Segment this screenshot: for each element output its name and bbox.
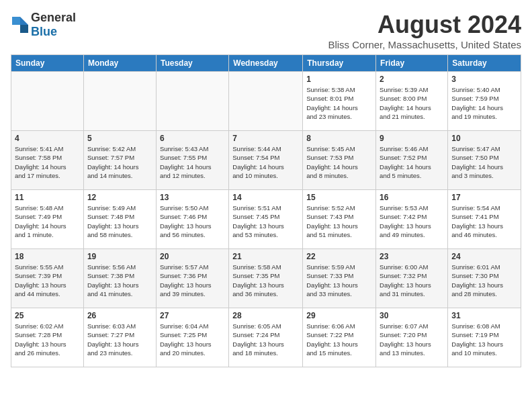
calendar-cell: 1Sunrise: 5:38 AM Sunset: 8:01 PM Daylig… — [303, 72, 376, 131]
day-info: Sunrise: 6:02 AM Sunset: 7:28 PM Dayligh… — [15, 322, 80, 357]
day-number: 10 — [451, 134, 517, 143]
day-number: 4 — [15, 134, 80, 143]
day-number: 7 — [232, 134, 299, 143]
calendar-cell: 11Sunrise: 5:48 AM Sunset: 7:49 PM Dayli… — [11, 190, 84, 249]
calendar-cell: 26Sunrise: 6:03 AM Sunset: 7:27 PM Dayli… — [83, 308, 156, 367]
day-info: Sunrise: 5:53 AM Sunset: 7:42 PM Dayligh… — [380, 203, 444, 239]
day-info: Sunrise: 6:04 AM Sunset: 7:25 PM Dayligh… — [160, 322, 225, 357]
month-title: August 2024 — [328, 11, 521, 39]
calendar-week-row: 1Sunrise: 5:38 AM Sunset: 8:01 PM Daylig… — [11, 72, 521, 131]
day-number: 29 — [306, 311, 372, 320]
page-header: General Blue August 2024 Bliss Corner, M… — [11, 11, 521, 50]
day-number: 2 — [380, 75, 444, 84]
weekday-header: Monday — [83, 55, 156, 72]
day-info: Sunrise: 5:57 AM Sunset: 7:36 PM Dayligh… — [160, 263, 225, 298]
day-number: 31 — [451, 311, 517, 320]
day-info: Sunrise: 5:42 AM Sunset: 7:57 PM Dayligh… — [87, 144, 152, 180]
day-info: Sunrise: 5:44 AM Sunset: 7:54 PM Dayligh… — [232, 144, 299, 180]
calendar-cell: 20Sunrise: 5:57 AM Sunset: 7:36 PM Dayli… — [156, 249, 228, 308]
day-number: 21 — [232, 252, 299, 261]
day-info: Sunrise: 5:50 AM Sunset: 7:46 PM Dayligh… — [160, 203, 225, 239]
calendar-cell: 23Sunrise: 6:00 AM Sunset: 7:32 PM Dayli… — [376, 249, 448, 308]
day-info: Sunrise: 5:40 AM Sunset: 7:59 PM Dayligh… — [451, 85, 517, 121]
calendar-cell: 18Sunrise: 5:55 AM Sunset: 7:39 PM Dayli… — [11, 249, 84, 308]
day-info: Sunrise: 6:07 AM Sunset: 7:20 PM Dayligh… — [380, 322, 444, 357]
day-info: Sunrise: 6:03 AM Sunset: 7:27 PM Dayligh… — [87, 322, 152, 357]
day-number: 18 — [15, 252, 80, 261]
logo-icon — [11, 15, 30, 34]
svg-marker-1 — [20, 25, 28, 33]
calendar-cell: 9Sunrise: 5:46 AM Sunset: 7:52 PM Daylig… — [376, 131, 448, 190]
logo: General Blue — [11, 11, 76, 39]
day-number: 3 — [451, 75, 517, 84]
calendar-cell: 15Sunrise: 5:52 AM Sunset: 7:43 PM Dayli… — [303, 190, 376, 249]
day-number: 14 — [232, 193, 299, 202]
day-number: 27 — [160, 311, 225, 320]
weekday-header: Wednesday — [229, 55, 303, 72]
location-title: Bliss Corner, Massachusetts, United Stat… — [328, 39, 521, 50]
day-info: Sunrise: 5:41 AM Sunset: 7:58 PM Dayligh… — [15, 144, 80, 180]
calendar-cell — [156, 72, 228, 131]
calendar-cell: 10Sunrise: 5:47 AM Sunset: 7:50 PM Dayli… — [448, 131, 521, 190]
calendar-cell: 30Sunrise: 6:07 AM Sunset: 7:20 PM Dayli… — [376, 308, 448, 367]
calendar-cell: 3Sunrise: 5:40 AM Sunset: 7:59 PM Daylig… — [448, 72, 521, 131]
day-number: 8 — [306, 134, 372, 143]
day-info: Sunrise: 6:05 AM Sunset: 7:24 PM Dayligh… — [232, 322, 299, 357]
calendar-cell — [83, 72, 156, 131]
day-info: Sunrise: 5:58 AM Sunset: 7:35 PM Dayligh… — [232, 263, 299, 298]
calendar-cell: 7Sunrise: 5:44 AM Sunset: 7:54 PM Daylig… — [229, 131, 303, 190]
calendar-cell: 5Sunrise: 5:42 AM Sunset: 7:57 PM Daylig… — [83, 131, 156, 190]
logo-blue: Blue — [31, 25, 57, 38]
calendar-header-row: SundayMondayTuesdayWednesdayThursdayFrid… — [11, 55, 521, 72]
calendar-body: 1Sunrise: 5:38 AM Sunset: 8:01 PM Daylig… — [11, 72, 521, 367]
calendar-week-row: 25Sunrise: 6:02 AM Sunset: 7:28 PM Dayli… — [11, 308, 521, 367]
svg-marker-0 — [20, 17, 28, 25]
calendar-cell: 19Sunrise: 5:56 AM Sunset: 7:38 PM Dayli… — [83, 249, 156, 308]
day-number: 1 — [306, 75, 372, 84]
day-info: Sunrise: 5:45 AM Sunset: 7:53 PM Dayligh… — [306, 144, 372, 180]
day-info: Sunrise: 5:55 AM Sunset: 7:39 PM Dayligh… — [15, 263, 80, 298]
calendar-cell: 4Sunrise: 5:41 AM Sunset: 7:58 PM Daylig… — [11, 131, 84, 190]
weekday-header: Thursday — [303, 55, 376, 72]
day-number: 24 — [451, 252, 517, 261]
calendar-cell: 31Sunrise: 6:08 AM Sunset: 7:19 PM Dayli… — [448, 308, 521, 367]
day-info: Sunrise: 6:01 AM Sunset: 7:30 PM Dayligh… — [451, 263, 517, 298]
day-number: 23 — [380, 252, 444, 261]
calendar-cell: 21Sunrise: 5:58 AM Sunset: 7:35 PM Dayli… — [229, 249, 303, 308]
calendar-cell: 13Sunrise: 5:50 AM Sunset: 7:46 PM Dayli… — [156, 190, 228, 249]
day-info: Sunrise: 5:54 AM Sunset: 7:41 PM Dayligh… — [451, 203, 517, 239]
calendar-cell: 14Sunrise: 5:51 AM Sunset: 7:45 PM Dayli… — [229, 190, 303, 249]
day-number: 30 — [380, 311, 444, 320]
day-info: Sunrise: 5:39 AM Sunset: 8:00 PM Dayligh… — [380, 85, 444, 121]
calendar-cell: 6Sunrise: 5:43 AM Sunset: 7:55 PM Daylig… — [156, 131, 228, 190]
calendar-cell: 8Sunrise: 5:45 AM Sunset: 7:53 PM Daylig… — [303, 131, 376, 190]
logo-general: General — [31, 11, 76, 24]
day-info: Sunrise: 5:59 AM Sunset: 7:33 PM Dayligh… — [306, 263, 372, 298]
day-number: 11 — [15, 193, 80, 202]
calendar-week-row: 11Sunrise: 5:48 AM Sunset: 7:49 PM Dayli… — [11, 190, 521, 249]
day-number: 9 — [380, 134, 444, 143]
day-number: 26 — [87, 311, 152, 320]
calendar-cell: 25Sunrise: 6:02 AM Sunset: 7:28 PM Dayli… — [11, 308, 84, 367]
day-info: Sunrise: 6:08 AM Sunset: 7:19 PM Dayligh… — [451, 322, 517, 357]
calendar-cell — [229, 72, 303, 131]
calendar-cell: 27Sunrise: 6:04 AM Sunset: 7:25 PM Dayli… — [156, 308, 228, 367]
day-number: 19 — [87, 252, 152, 261]
calendar-cell: 12Sunrise: 5:49 AM Sunset: 7:48 PM Dayli… — [83, 190, 156, 249]
weekday-header: Tuesday — [156, 55, 228, 72]
calendar-week-row: 18Sunrise: 5:55 AM Sunset: 7:39 PM Dayli… — [11, 249, 521, 308]
calendar-week-row: 4Sunrise: 5:41 AM Sunset: 7:58 PM Daylig… — [11, 131, 521, 190]
weekday-header: Friday — [376, 55, 448, 72]
day-info: Sunrise: 5:43 AM Sunset: 7:55 PM Dayligh… — [160, 144, 225, 180]
day-info: Sunrise: 5:51 AM Sunset: 7:45 PM Dayligh… — [232, 203, 299, 239]
calendar-cell — [11, 72, 84, 131]
day-number: 6 — [160, 134, 225, 143]
day-info: Sunrise: 6:06 AM Sunset: 7:22 PM Dayligh… — [306, 322, 372, 357]
calendar-cell: 17Sunrise: 5:54 AM Sunset: 7:41 PM Dayli… — [448, 190, 521, 249]
title-area: August 2024 Bliss Corner, Massachusetts,… — [328, 11, 521, 50]
day-info: Sunrise: 5:49 AM Sunset: 7:48 PM Dayligh… — [87, 203, 152, 239]
day-info: Sunrise: 5:56 AM Sunset: 7:38 PM Dayligh… — [87, 263, 152, 298]
day-info: Sunrise: 6:00 AM Sunset: 7:32 PM Dayligh… — [380, 263, 444, 298]
calendar-cell: 24Sunrise: 6:01 AM Sunset: 7:30 PM Dayli… — [448, 249, 521, 308]
calendar-cell: 16Sunrise: 5:53 AM Sunset: 7:42 PM Dayli… — [376, 190, 448, 249]
